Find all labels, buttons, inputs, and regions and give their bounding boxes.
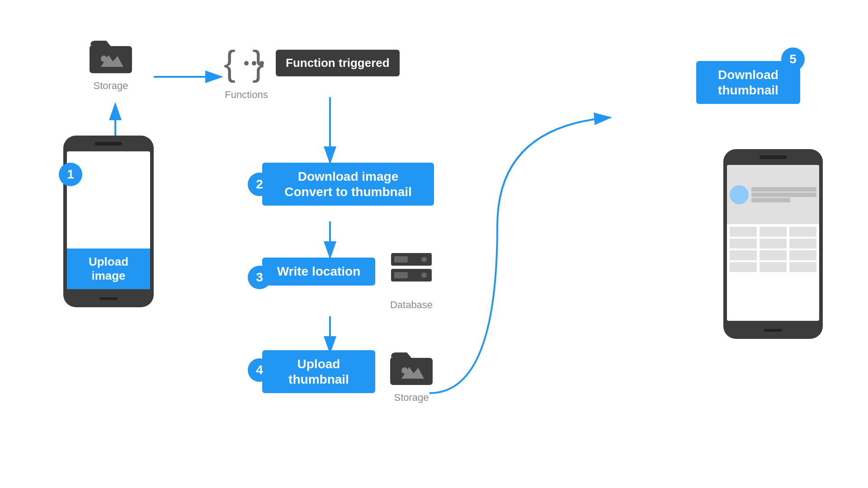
storage-svg-right-bottom xyxy=(389,348,434,386)
left-phone-group: Upload image 1 xyxy=(63,136,154,307)
svg-point-11 xyxy=(244,61,249,66)
step2-label: Download imageConvert to thumbnail xyxy=(284,169,412,199)
svg-point-17 xyxy=(421,257,427,262)
phone-grid-item-4 xyxy=(730,262,816,272)
function-triggered-box: Function triggered xyxy=(276,50,400,76)
svg-rect-16 xyxy=(394,256,408,263)
storage-icon-left: Storage xyxy=(88,36,133,92)
functions-label: Functions xyxy=(222,89,271,101)
step1-circle: 1 xyxy=(59,163,82,186)
right-phone-group xyxy=(723,149,823,339)
step5-circle: 5 xyxy=(781,47,805,71)
svg-text:}: } xyxy=(252,43,264,83)
phone-grid-row-3 xyxy=(751,198,790,202)
svg-point-9 xyxy=(101,56,107,62)
svg-text:{: { xyxy=(224,43,236,83)
svg-point-20 xyxy=(421,272,427,278)
step2-button[interactable]: Download imageConvert to thumbnail xyxy=(262,163,434,206)
storage-svg-left xyxy=(88,36,133,75)
step3-circle: 3 xyxy=(248,266,271,289)
phone-grid-row-2 xyxy=(751,192,816,197)
storage-label-right-bottom: Storage xyxy=(389,392,434,404)
step3-group: 3 Write location xyxy=(262,258,375,286)
phone-grid-item-3 xyxy=(730,250,816,260)
step4-label: Upload thumbnail xyxy=(288,357,349,386)
phone-grid-text-rows xyxy=(751,187,816,202)
function-triggered-label: Function triggered xyxy=(276,50,400,76)
step4-circle: 4 xyxy=(248,358,271,382)
upload-image-label: Upload image xyxy=(89,255,128,282)
step2-circle: 2 xyxy=(248,173,271,196)
step4-group: 4 Upload thumbnail xyxy=(262,350,375,393)
phone-grid-row-1 xyxy=(751,187,816,192)
upload-image-button[interactable]: Upload image xyxy=(67,249,150,289)
phone-grid-top xyxy=(727,165,819,224)
phone-grid-avatar xyxy=(730,185,749,204)
phone-grid-item-2 xyxy=(730,239,816,249)
step3-label: Write location xyxy=(277,264,361,278)
diagram-container: Upload image 1 Storage { } Function xyxy=(0,0,868,488)
database-icon-group: Database xyxy=(389,251,434,311)
step3-button[interactable]: Write location xyxy=(262,258,375,286)
right-phone xyxy=(723,149,823,339)
storage-label-left: Storage xyxy=(88,80,133,92)
step5-label: Download thumbnail xyxy=(718,68,778,97)
svg-rect-19 xyxy=(394,272,408,278)
step5-group: 5 Download thumbnail xyxy=(696,61,800,104)
svg-point-22 xyxy=(401,367,408,374)
functions-icon-group: { } Functions xyxy=(222,43,271,101)
database-label: Database xyxy=(389,299,434,311)
step4-button[interactable]: Upload thumbnail xyxy=(262,350,375,393)
database-svg xyxy=(389,251,434,294)
storage-icon-right-bottom: Storage xyxy=(389,348,434,404)
left-phone: Upload image xyxy=(63,136,154,307)
phone-grid xyxy=(727,165,819,321)
step2-group: 2 Download imageConvert to thumbnail xyxy=(262,163,434,206)
phone-grid-items xyxy=(727,224,819,321)
functions-svg: { } xyxy=(222,43,271,84)
right-phone-screen xyxy=(727,165,819,321)
phone-grid-item-1 xyxy=(730,227,816,237)
